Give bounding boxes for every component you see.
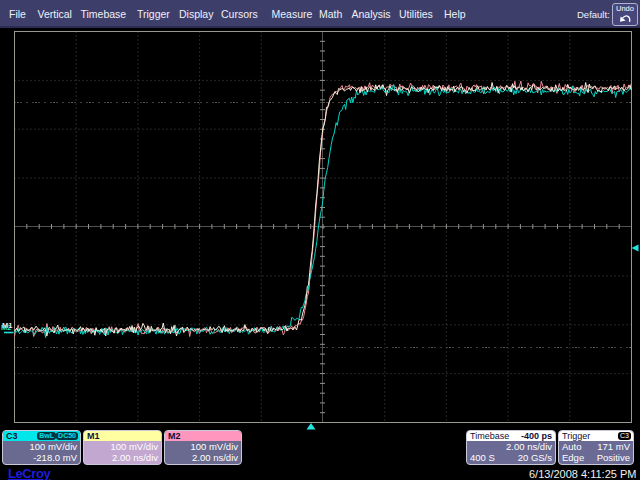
svg-text:M1: M1 xyxy=(2,321,12,330)
